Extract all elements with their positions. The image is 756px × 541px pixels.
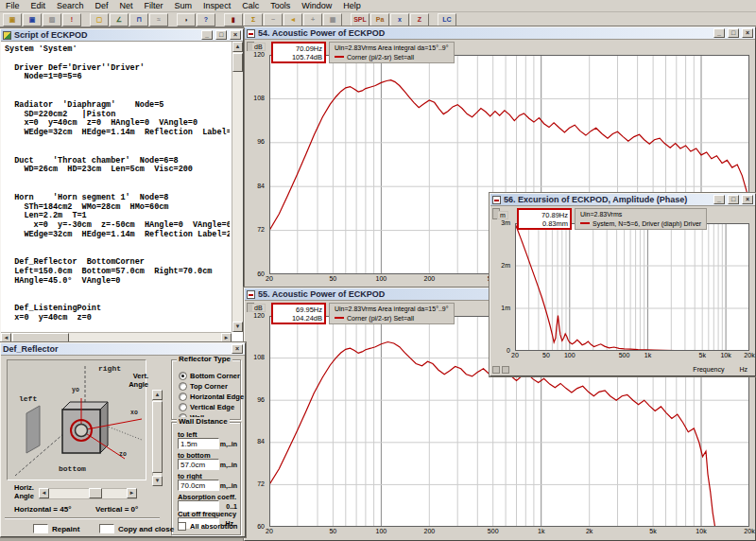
menu-tools[interactable]: Tools: [265, 1, 296, 10]
chart-legend: Uin=2.83Vrms System, N=5=6, Driver (diap…: [575, 208, 707, 230]
repaint-button[interactable]: Repaint: [33, 522, 79, 535]
menu-inspect[interactable]: Inspect: [198, 1, 236, 10]
impedance-icon[interactable]: Z: [410, 13, 429, 26]
acoustic-power-icon[interactable]: Pa: [370, 13, 389, 26]
radio-vertical-edge[interactable]: Vertical Edge: [179, 403, 234, 411]
scrollbar-thumb[interactable]: [152, 401, 163, 473]
script-text[interactable]: System 'System' Driver Def='Driver''Driv…: [5, 45, 230, 330]
radiation-icon[interactable]: ◄: [284, 13, 302, 26]
x-tick-label: 20: [264, 275, 275, 282]
new-element-icon[interactable]: ▢: [90, 13, 109, 26]
legend-condition: Uin=2.83Vrms: [580, 210, 701, 219]
chart56-plot-area[interactable]: [515, 223, 749, 351]
menu-sum[interactable]: Sum: [169, 1, 198, 10]
maximize-button[interactable]: □: [215, 30, 227, 40]
chart54-titlebar[interactable]: 54. Acoustic Power of ECKPOD _ □ ×: [245, 27, 755, 40]
minimize-button[interactable]: _: [713, 195, 725, 204]
menu-search[interactable]: Search: [51, 1, 90, 10]
minimize-button[interactable]: _: [713, 28, 725, 38]
field-input-to-right[interactable]: [178, 480, 219, 491]
minimize-button[interactable]: _: [201, 30, 213, 40]
open-script-icon[interactable]: ▣: [3, 13, 22, 26]
chart-window-icon: [247, 29, 255, 38]
chart-option-icon[interactable]: [492, 366, 500, 374]
script-line: [5, 240, 230, 250]
field-unit: m,..in: [220, 441, 237, 447]
menu-file[interactable]: File: [0, 1, 26, 10]
driver-info-icon[interactable]: ?: [197, 13, 215, 26]
scroll-up-icon[interactable]: ▲: [232, 42, 243, 52]
chart56-titlebar[interactable]: 56. Excursion of ECKPOD, Amplitude (Phas…: [490, 194, 755, 206]
x-tick-label: 20: [509, 352, 521, 358]
sum-icon[interactable]: Σ: [244, 13, 263, 26]
excursion-icon[interactable]: x: [390, 13, 409, 26]
radio-icon[interactable]: [179, 393, 187, 401]
script-window-titlebar[interactable]: Script of ECKPOD _ □ ×: [1, 29, 243, 42]
scrollbar-thumb[interactable]: [232, 53, 243, 72]
radio-horizontal-edge[interactable]: Horizontal Edge: [179, 393, 244, 401]
close-button[interactable]: ×: [232, 344, 243, 354]
close-button[interactable]: ×: [742, 195, 753, 204]
script-line: WD=26cm HD=23cm Len=5cm Visc=200: [5, 166, 230, 175]
radio-label: Bottom Corner: [190, 372, 240, 380]
all-absorbtion-checkbox[interactable]: [178, 522, 186, 531]
field-input-to-left[interactable]: [178, 438, 219, 449]
radio-bottom-corner[interactable]: Bottom Corner: [179, 372, 240, 380]
script-vertical-scrollbar[interactable]: ▲ ▼: [232, 42, 243, 332]
cursor-frequency: 70.09Hz: [273, 44, 324, 53]
x-tick-label: 5k: [697, 352, 708, 358]
script-editor[interactable]: System 'System' Driver Def='Driver''Driv…: [1, 42, 243, 343]
close-button[interactable]: ×: [230, 30, 241, 40]
scroll-left-icon[interactable]: ◄: [39, 488, 49, 498]
menu-window[interactable]: Window: [296, 1, 337, 10]
toolbar-group: ▢∠⊓≈: [90, 13, 169, 26]
radio-icon[interactable]: [179, 403, 187, 411]
close-button[interactable]: ×: [742, 28, 753, 38]
save-icon[interactable]: ▣: [23, 13, 42, 26]
maximize-button[interactable]: □: [728, 195, 739, 204]
check-script-icon[interactable]: !: [62, 13, 81, 26]
field-input-to-bottom[interactable]: [178, 459, 219, 470]
def-reflector-dialog[interactable]: Def_Reflector ×: [0, 342, 246, 537]
maximize-button[interactable]: □: [728, 28, 739, 38]
script-window[interactable]: Script of ECKPOD _ □ × System 'System' D…: [0, 28, 244, 344]
x-tick-label: 500: [486, 528, 501, 534]
radio-top-corner[interactable]: Top Corner: [179, 382, 228, 391]
menu-calc[interactable]: Calc: [236, 1, 265, 10]
menu-net[interactable]: Net: [114, 1, 139, 10]
y-tick-label: 84: [246, 183, 266, 189]
radio-icon[interactable]: [179, 382, 187, 391]
network-icon[interactable]: ⊓: [129, 13, 148, 26]
scroll-down-icon[interactable]: ▼: [232, 322, 243, 332]
measure-icon[interactable]: ∠: [110, 13, 129, 26]
radio-icon[interactable]: [179, 372, 187, 380]
menu-filter[interactable]: Filter: [139, 1, 169, 10]
y-tick-label: 96: [246, 396, 266, 403]
scrollbar-thumb[interactable]: [89, 488, 102, 498]
chart-option-icon[interactable]: [502, 366, 509, 374]
all-absorbtion-row[interactable]: All absorbtion: [178, 522, 237, 531]
window-excursion-56[interactable]: 56. Excursion of ECKPOD, Amplitude (Phas…: [490, 193, 756, 376]
menu-edit[interactable]: Edit: [26, 1, 52, 10]
cursor-readout: 69.95Hz 104.24dB: [271, 303, 326, 324]
x-tick-label: 50: [327, 275, 338, 282]
toolbar: ▣▣▨!▢∠⊓≈◗?▮Σ~◄+▦SPLPaxZLC: [0, 12, 756, 27]
spl-icon[interactable]: SPL: [351, 13, 369, 26]
power-icon[interactable]: ▮: [224, 13, 243, 26]
dialog-titlebar[interactable]: Def_Reflector ×: [1, 343, 245, 356]
scroll-down-icon[interactable]: ▼: [152, 476, 163, 486]
x-tick-label: 500: [617, 352, 632, 358]
scroll-up-icon[interactable]: ▲: [152, 390, 163, 400]
x-tick-label: 10k: [694, 528, 708, 534]
driver-icon[interactable]: ◗: [177, 13, 196, 26]
script-windows-icon[interactable]: LC: [438, 13, 456, 26]
menu-help[interactable]: Help: [337, 1, 367, 10]
chart-window-icon: [247, 290, 255, 299]
legend-series: Corner (pi/2-sr) Set=all: [347, 53, 414, 62]
menu-def[interactable]: Def: [90, 1, 114, 10]
button-icon-placeholder: [33, 524, 48, 533]
scroll-right-icon[interactable]: ►: [127, 488, 137, 498]
horiz-angle-scrollbar[interactable]: ◄ ►: [39, 488, 137, 499]
vert-angle-scrollbar[interactable]: ▲ ▼: [152, 390, 163, 486]
copy-and-close-button[interactable]: Copy and close: [99, 522, 174, 535]
